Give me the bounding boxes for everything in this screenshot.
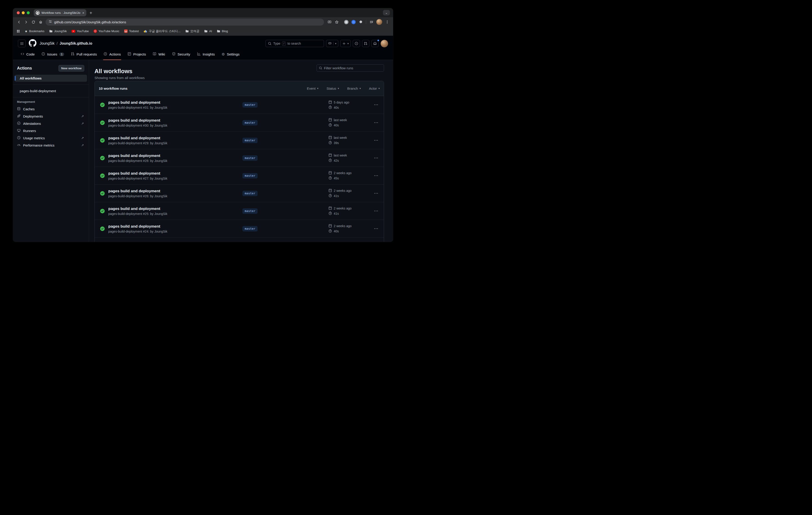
stopwatch-icon (328, 105, 332, 110)
bookmark-star-icon[interactable] (333, 18, 340, 26)
branch-badge[interactable]: master (242, 191, 258, 196)
run-menu-button[interactable] (372, 156, 381, 160)
address-bar[interactable]: github.com/JoungSik/JoungSik.github.io/a… (46, 19, 324, 26)
tab-settings[interactable]: ⚙Settings (219, 51, 242, 60)
browser-menu-icon[interactable] (383, 18, 391, 26)
filter-workflow-runs-input[interactable] (324, 66, 381, 70)
back-button[interactable] (15, 18, 23, 26)
branch-badge[interactable]: master (242, 138, 258, 143)
sidebar-item-caches[interactable]: Caches (15, 105, 87, 113)
extension-blue-icon[interactable] (350, 18, 357, 26)
global-search-input[interactable]: Type / to search (265, 40, 324, 47)
maximize-window-button[interactable] (27, 11, 30, 14)
slash-key-icon: / (282, 41, 286, 46)
forward-button[interactable] (23, 18, 30, 26)
play-circle-icon (104, 52, 107, 57)
bookmark-item-todoist[interactable]: Todoist (124, 29, 139, 33)
verified-icon (17, 121, 21, 126)
sidebar-item-runners[interactable]: Runners (15, 127, 87, 134)
run-title-link[interactable]: pages build and deployment (108, 171, 242, 176)
create-new-button[interactable]: ▾ (340, 40, 351, 47)
bookmark-item-bookmarks[interactable]: ★Bookmarks (25, 29, 45, 33)
branch-badge[interactable]: master (242, 120, 258, 125)
bookmark-item-joungsik[interactable]: JoungSik (49, 29, 67, 33)
new-tab-button[interactable]: + (89, 10, 92, 15)
breadcrumb-repo-link[interactable]: JoungSik.github.io (60, 41, 92, 46)
copilot-button[interactable]: ▾ (326, 40, 339, 47)
breadcrumb-owner-link[interactable]: JoungSik (40, 41, 55, 46)
extension-account-icon[interactable] (343, 18, 350, 26)
branch-badge[interactable]: master (242, 173, 258, 178)
tab-search-button[interactable]: ⌄ (383, 10, 390, 16)
branch-badge[interactable]: master (242, 208, 258, 214)
tab-issues[interactable]: Issues1 (39, 50, 67, 60)
tab-wiki[interactable]: Wiki (150, 50, 168, 60)
filter-status-button[interactable]: Status▾ (326, 87, 339, 90)
tab-insights[interactable]: Insights (194, 50, 218, 60)
workflow-run-row: pages build and deployment pages-build-d… (95, 131, 384, 149)
browser-profile-avatar[interactable] (376, 19, 382, 25)
run-title-link[interactable]: pages build and deployment (108, 100, 242, 105)
bookmark-item-ai[interactable]: AI (204, 29, 212, 33)
sidebar-item-usage-metrics[interactable]: Usage metrics↗ (15, 134, 87, 142)
install-site-icon[interactable] (326, 18, 333, 26)
bookmark-item-youtube[interactable]: YouTube (71, 29, 89, 33)
run-menu-button[interactable] (372, 191, 381, 195)
run-title-link[interactable]: pages build and deployment (108, 189, 242, 193)
tab-projects[interactable]: Projects (125, 50, 149, 60)
sidebar-item-pages-build-deployment[interactable]: pages-build-deployment (15, 87, 87, 94)
pull-requests-header-icon[interactable] (362, 40, 369, 47)
sidebar-item-attestations[interactable]: Attestations↗ (15, 120, 87, 127)
run-menu-button[interactable] (372, 174, 381, 178)
run-title-link[interactable]: pages build and deployment (108, 136, 242, 141)
new-workflow-button[interactable]: New workflow (58, 65, 84, 71)
run-menu-button[interactable] (372, 227, 381, 231)
run-date: 2 weeks ago (328, 189, 372, 193)
unread-notification-dot (377, 39, 379, 42)
minimize-window-button[interactable] (22, 11, 25, 14)
apps-grid-icon[interactable] (17, 29, 20, 33)
toolbar-divider (366, 20, 366, 24)
run-title-link[interactable]: pages build and deployment (108, 224, 242, 229)
run-title-link[interactable]: pages build and deployment (108, 154, 242, 158)
sidebar-item-all-workflows[interactable]: All workflows (15, 75, 87, 82)
bookmark-item-youtube-music[interactable]: YouTube Music (93, 29, 119, 33)
github-logo-icon[interactable] (29, 39, 36, 48)
hamburger-menu-icon[interactable] (18, 40, 26, 47)
run-menu-button[interactable] (372, 103, 381, 107)
branch-badge[interactable]: master (242, 102, 258, 108)
branch-badge[interactable]: master (242, 226, 258, 232)
tab-pull-requests[interactable]: Pull requests (68, 50, 100, 60)
bookmark-item-gcloud-study[interactable]: 구글 클라우드 스터디... (144, 29, 180, 33)
close-window-button[interactable] (17, 11, 20, 14)
bookmark-item-blog[interactable]: Blog (217, 29, 228, 33)
run-menu-button[interactable] (372, 139, 381, 142)
filter-branch-button[interactable]: Branch▾ (347, 87, 361, 90)
browser-tab[interactable]: Workflow runs · JoungSik/Jou × (34, 9, 86, 16)
site-controls-icon[interactable] (49, 20, 52, 24)
home-button[interactable] (37, 18, 44, 26)
reload-button[interactable] (30, 18, 37, 26)
sidebar-item-deployments[interactable]: Deployments↗ (15, 113, 87, 120)
tab-close-icon[interactable]: × (82, 11, 84, 14)
run-menu-button[interactable] (372, 209, 381, 213)
filter-actor-button[interactable]: Actor▾ (369, 87, 380, 90)
filter-event-button[interactable]: Event▾ (307, 87, 318, 90)
issues-header-icon[interactable] (353, 40, 360, 47)
filter-workflow-runs-box (317, 64, 384, 71)
media-controls-icon[interactable] (368, 18, 375, 26)
branch-badge[interactable]: master (242, 155, 258, 161)
extensions-puzzle-icon[interactable] (357, 18, 364, 26)
tab-code[interactable]: Code (18, 50, 37, 60)
run-duration: 42s (328, 158, 372, 162)
issue-icon (41, 52, 45, 57)
run-title-link[interactable]: pages build and deployment (108, 118, 242, 123)
run-menu-button[interactable] (372, 121, 381, 125)
sidebar-item-performance-metrics[interactable]: Performance metrics↗ (15, 142, 87, 149)
run-title-link[interactable]: pages build and deployment (108, 207, 242, 211)
chevron-down-icon: ▾ (338, 87, 339, 90)
tab-security[interactable]: Security (169, 50, 193, 60)
bookmark-item-moyeogong[interactable]: 모여공 (185, 29, 200, 33)
tab-actions[interactable]: Actions (101, 50, 123, 60)
user-avatar[interactable] (381, 40, 388, 47)
